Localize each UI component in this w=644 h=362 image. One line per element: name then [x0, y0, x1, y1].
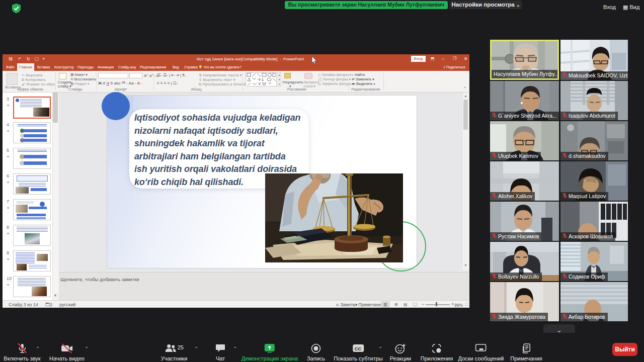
svg-text:CC: CC	[355, 346, 362, 351]
svg-text:25: 25	[178, 344, 184, 350]
